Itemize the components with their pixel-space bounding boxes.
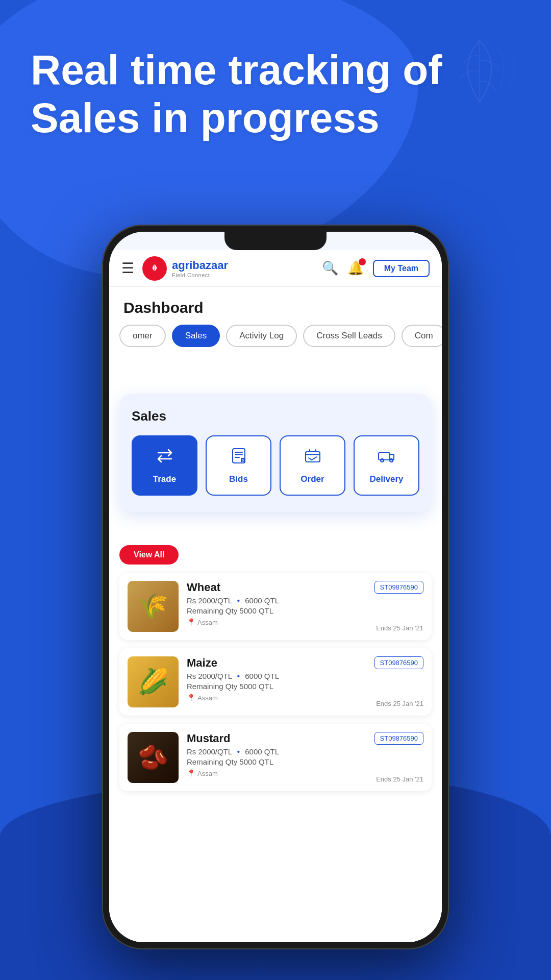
sales-card: Sales Trade bbox=[119, 394, 432, 512]
notification-wrapper[interactable]: 🔔 bbox=[347, 260, 364, 276]
product-card-wheat[interactable]: 🌾 Wheat Rs 2000/QTL • 6000 QTL Remaining… bbox=[119, 573, 432, 640]
tab-bar: omer Sales Activity Log Cross Sell Leads… bbox=[109, 325, 442, 355]
product-remaining-wheat: Remaining Qty 5000 QTL bbox=[187, 606, 423, 615]
sales-card-title: Sales bbox=[132, 408, 419, 424]
product-image-wheat: 🌾 bbox=[128, 581, 179, 632]
hero-line1: Real time tracking of bbox=[31, 46, 442, 93]
header-icons: 🔍 🔔 My Team bbox=[322, 260, 430, 277]
app-header: ☰ agribazaar Field Connect bbox=[109, 250, 442, 287]
product-price-mustard: Rs 2000/QTL • 6000 QTL bbox=[187, 747, 423, 756]
logo-name: agribazaar bbox=[172, 259, 228, 272]
product-list-area: View All 🌾 Wheat Rs 2000/QTL • 6000 QTL bbox=[109, 537, 442, 942]
my-team-button[interactable]: My Team bbox=[373, 260, 430, 277]
sales-actions: Trade $ bbox=[132, 435, 419, 496]
notification-badge bbox=[359, 258, 366, 265]
bids-button[interactable]: $ Bids bbox=[206, 435, 271, 496]
hero-line2: Sales in progress bbox=[31, 94, 380, 141]
bids-label: Bids bbox=[229, 474, 248, 484]
svg-rect-8 bbox=[379, 453, 390, 460]
tab-com[interactable]: Com bbox=[402, 325, 442, 347]
logo-icon bbox=[142, 256, 167, 281]
svg-rect-4 bbox=[235, 457, 240, 458]
delivery-icon bbox=[378, 447, 396, 469]
bids-icon: $ bbox=[230, 447, 248, 469]
svg-rect-2 bbox=[235, 452, 243, 453]
tab-activity-log[interactable]: Activity Log bbox=[226, 325, 297, 347]
product-price-wheat: Rs 2000/QTL • 6000 QTL bbox=[187, 596, 423, 605]
product-image-maize: 🌽 bbox=[128, 656, 179, 707]
order-icon bbox=[304, 447, 322, 469]
phone-notch bbox=[224, 232, 327, 250]
product-tag-wheat: ST09876590 bbox=[374, 581, 423, 594]
hero-text: Real time tracking of Sales in progress bbox=[31, 46, 520, 142]
product-remaining-maize: Remaining Qty 5000 QTL bbox=[187, 682, 423, 691]
product-remaining-mustard: Remaining Qty 5000 QTL bbox=[187, 757, 423, 766]
location-pin-icon-mustard: 📍 bbox=[187, 769, 195, 777]
tab-sales[interactable]: Sales bbox=[172, 325, 220, 347]
order-label: Order bbox=[300, 474, 324, 484]
product-image-mustard: 🫘 bbox=[128, 732, 179, 783]
product-price-maize: Rs 2000/QTL • 6000 QTL bbox=[187, 672, 423, 680]
logo-text: agribazaar Field Connect bbox=[172, 259, 228, 278]
trade-button[interactable]: Trade bbox=[132, 435, 197, 496]
view-all-button[interactable]: View All bbox=[119, 545, 179, 565]
logo-subtitle: Field Connect bbox=[172, 272, 228, 278]
delivery-button[interactable]: Delivery bbox=[354, 435, 419, 496]
delivery-label: Delivery bbox=[369, 474, 403, 484]
tab-cross-sell-leads[interactable]: Cross Sell Leads bbox=[303, 325, 395, 347]
phone-frame: ☰ agribazaar Field Connect bbox=[102, 225, 449, 949]
trade-icon bbox=[156, 447, 174, 469]
tab-omer[interactable]: omer bbox=[119, 325, 166, 347]
svg-rect-3 bbox=[235, 454, 243, 455]
order-button[interactable]: Order bbox=[280, 435, 345, 496]
product-tag-mustard: ST09876590 bbox=[374, 732, 423, 745]
svg-rect-7 bbox=[306, 452, 320, 462]
phone-screen: ☰ agribazaar Field Connect bbox=[109, 232, 442, 942]
product-tag-maize: ST09876590 bbox=[374, 656, 423, 669]
phone-mockup: ☰ agribazaar Field Connect bbox=[102, 225, 449, 949]
location-pin-icon-maize: 📍 bbox=[187, 694, 195, 702]
dashboard-title: Dashboard bbox=[109, 287, 442, 325]
logo-section: agribazaar Field Connect bbox=[142, 256, 314, 281]
location-pin-icon: 📍 bbox=[187, 618, 195, 626]
product-card-maize[interactable]: 🌽 Maize Rs 2000/QTL • 6000 QTL Remaining… bbox=[119, 648, 432, 716]
product-card-mustard[interactable]: 🫘 Mustard Rs 2000/QTL • 6000 QTL Remaini… bbox=[119, 724, 432, 791]
svg-text:$: $ bbox=[242, 458, 244, 462]
dashboard-area: Dashboard omer Sales Activity Log Cross … bbox=[109, 287, 442, 942]
product-end-date-maize: Ends 25 Jan '21 bbox=[376, 700, 423, 707]
product-end-date-wheat: Ends 25 Jan '21 bbox=[376, 624, 423, 632]
search-icon[interactable]: 🔍 bbox=[322, 260, 338, 276]
hamburger-icon[interactable]: ☰ bbox=[121, 261, 134, 276]
trade-label: Trade bbox=[153, 474, 176, 484]
product-end-date-mustard: Ends 25 Jan '21 bbox=[376, 775, 423, 783]
